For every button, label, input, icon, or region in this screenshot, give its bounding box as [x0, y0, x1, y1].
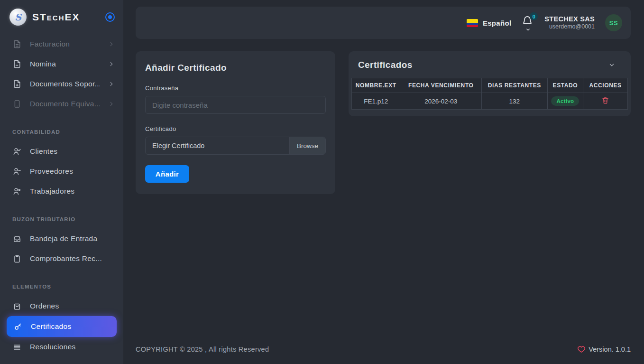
sidebar-item-label: Facturacion — [30, 40, 100, 48]
shopping-bag-icon — [12, 301, 22, 311]
cell-expiry: 2026-02-03 — [400, 93, 482, 110]
user-id: userdemo@0001 — [544, 23, 595, 31]
sidebar-item-label: Bandeja de Entrada — [30, 234, 115, 243]
list-lines-icon — [12, 342, 22, 352]
sidebar-item-trabajadores[interactable]: Trabajadores — [0, 181, 123, 201]
password-label: Contraseña — [145, 84, 326, 92]
table-header-row: NOMBRE.EXT FECHA VENCIMIENTO DIAS RESTAN… — [352, 78, 628, 93]
sidebar-item-certificados[interactable]: Certificados — [7, 316, 117, 337]
col-fecha-vencimiento: FECHA VENCIMIENTO — [400, 78, 482, 93]
sidebar-item-facturacion[interactable]: Facturacion — [0, 34, 123, 54]
sidebar-item-ordenes[interactable]: Ordenes — [0, 296, 123, 316]
certificates-card: Certificados NOMBRE.EXT FECHA VENCIMIENT… — [349, 51, 631, 116]
sidebar-section-buzon-tributario: BUZON TRIBUTARIO — [0, 216, 123, 222]
add-certificate-card: Añadir Certificado Contraseña Certificad… — [136, 51, 335, 194]
sidebar-item-comprobantes-recibidos[interactable]: Comprobantes Rec... — [0, 249, 123, 269]
sidebar-section-elementos: ELEMENTOS — [0, 284, 123, 289]
language-selector[interactable]: Español — [467, 19, 511, 27]
trash-icon — [601, 96, 609, 104]
inbox-icon — [12, 234, 22, 243]
certificates-card-header: Certificados — [351, 60, 628, 70]
file-minus-icon — [12, 59, 22, 69]
colombia-flag-icon — [467, 19, 478, 27]
device-icon — [12, 99, 22, 109]
col-dias-restantes: DIAS RESTANTES — [482, 78, 548, 93]
sidebar-item-bandeja-de-entrada[interactable]: Bandeja de Entrada — [0, 229, 123, 249]
sidebar: S STechEX Facturacion Nomina Documentos … — [0, 0, 123, 364]
cell-days-left: 132 — [482, 93, 548, 110]
certificate-file-input[interactable]: Elegir Certificado Browse — [145, 137, 326, 155]
sidebar-section-contabilidad: CONTABILIDAD — [0, 129, 123, 135]
certificate-label: Certificado — [145, 125, 326, 132]
chevron-right-icon — [108, 41, 115, 47]
version-text: Version. 1.0.1 — [589, 345, 631, 353]
sidebar-toggle-icon[interactable] — [105, 12, 115, 22]
sidebar-item-label: Documento Equiva... — [30, 100, 100, 108]
sidebar-item-clientes[interactable]: Clientes — [0, 141, 123, 161]
password-input[interactable] — [145, 96, 326, 114]
caret-down-icon — [525, 27, 531, 32]
sidebar-item-label: Trabajadores — [30, 187, 115, 196]
sidebar-item-documento-equivalente[interactable]: Documento Equiva... — [0, 94, 123, 114]
footer: COPYRIGHT © 2025 , All rights Reserved V… — [136, 337, 631, 364]
heart-icon — [577, 345, 586, 354]
sidebar-item-label: Nomina — [30, 60, 100, 68]
add-certificate-title: Añadir Certificado — [145, 63, 326, 73]
key-icon — [13, 322, 23, 331]
cell-status: Activo — [547, 93, 583, 110]
clipboard-icon — [12, 254, 22, 263]
user-name: STECHEX SAS — [544, 15, 595, 23]
user-check-icon — [12, 147, 22, 156]
table-row: FE1.p12 2026-02-03 132 Activo — [352, 93, 628, 110]
sidebar-item-proveedores[interactable]: Proveedores — [0, 161, 123, 181]
col-nombre-ext: NOMBRE.EXT — [352, 78, 400, 93]
file-lines-icon — [12, 39, 22, 49]
topbar: Español 0 STECHEX SAS userdemo@0001 SS — [136, 7, 631, 39]
sidebar-item-label: Certificados — [31, 322, 111, 331]
col-acciones: ACCIONES — [583, 78, 628, 93]
chevron-right-icon — [108, 81, 115, 87]
status-badge: Activo — [551, 96, 579, 106]
brand-logo-icon: S — [9, 9, 27, 26]
user-menu[interactable]: STECHEX SAS userdemo@0001 — [544, 15, 595, 31]
notification-count-badge: 0 — [530, 12, 538, 20]
browse-button[interactable]: Browse — [289, 137, 325, 154]
sidebar-item-label: Comprobantes Rec... — [30, 254, 115, 263]
certificates-table: NOMBRE.EXT FECHA VENCIMIENTO DIAS RESTAN… — [351, 78, 628, 110]
notifications-button[interactable]: 0 — [522, 15, 534, 30]
chevron-right-icon — [108, 61, 115, 67]
file-plus-icon — [12, 79, 22, 89]
add-button[interactable]: Añadir — [145, 165, 189, 183]
delete-button[interactable] — [601, 96, 609, 104]
cell-actions — [583, 93, 628, 110]
language-label: Español — [483, 19, 511, 27]
col-estado: ESTADO — [547, 78, 583, 93]
file-placeholder: Elegir Certificado — [146, 137, 289, 154]
user-x-icon — [12, 187, 22, 196]
copyright-text: COPYRIGHT © 2025 , All rights Reserved — [136, 345, 269, 353]
brand-logo-letter: S — [15, 12, 21, 22]
sidebar-nav: Facturacion Nomina Documentos Sopor... D… — [0, 34, 123, 364]
cell-name: FE1.p12 — [352, 93, 400, 110]
sidebar-item-label: Documentos Sopor... — [30, 80, 100, 88]
sidebar-item-documentos-soporte[interactable]: Documentos Sopor... — [0, 74, 123, 94]
chevron-right-icon — [108, 101, 115, 107]
certificates-title: Certificados — [358, 60, 413, 70]
brand-name: STechEX — [32, 11, 100, 23]
user-minus-icon — [12, 167, 22, 176]
sidebar-item-label: Clientes — [30, 147, 115, 156]
collapse-chevron-icon[interactable] — [608, 62, 615, 68]
brand: S STechEX — [0, 0, 123, 34]
sidebar-item-label: Resoluciones — [30, 343, 115, 351]
avatar[interactable]: SS — [605, 14, 622, 31]
sidebar-item-label: Ordenes — [30, 302, 115, 310]
main-content: Español 0 STECHEX SAS userdemo@0001 SS A… — [123, 0, 644, 364]
version-info: Version. 1.0.1 — [577, 345, 631, 354]
sidebar-item-nomina[interactable]: Nomina — [0, 54, 123, 74]
sidebar-item-label: Proveedores — [30, 167, 115, 176]
content-row: Añadir Certificado Contraseña Certificad… — [136, 51, 631, 194]
sidebar-item-resoluciones[interactable]: Resoluciones — [0, 337, 123, 357]
